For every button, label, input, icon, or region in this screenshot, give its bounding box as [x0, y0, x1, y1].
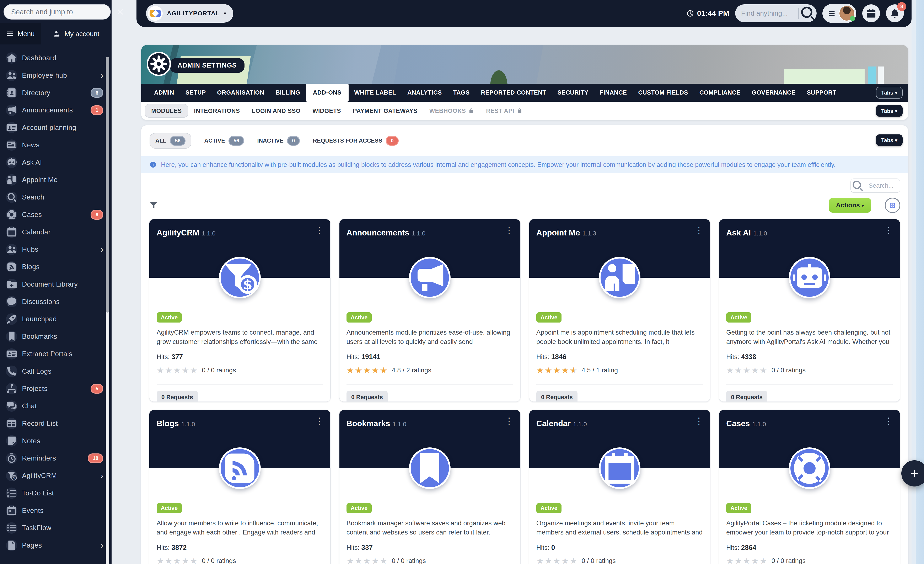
module-rating[interactable]: ★★★★★★★★★★ 0 / 0 ratings: [726, 366, 892, 374]
sidebar-item[interactable]: Projects 5 ›: [0, 380, 111, 397]
sidebar-item[interactable]: Record List ›: [0, 415, 111, 432]
admin-tab[interactable]: FINANCE: [594, 84, 633, 102]
admin-tab[interactable]: CUSTOM FIELDS: [633, 84, 694, 102]
sidebar-item[interactable]: Announcements 1 ›: [0, 101, 111, 119]
module-rating[interactable]: ★★★★★★★★★★ 4.5 / 1 rating: [536, 366, 703, 374]
sidebar-item[interactable]: Search ›: [0, 188, 111, 206]
admin-tab[interactable]: BILLING: [270, 84, 306, 102]
sidebar-item[interactable]: Cases 6 ›: [0, 206, 111, 223]
sidebar-tab-menu[interactable]: Menu: [0, 23, 41, 45]
kebab-menu-icon[interactable]: ⋮: [502, 225, 516, 236]
sidebar-item[interactable]: To-Do List ›: [0, 484, 111, 502]
sidebar-item[interactable]: TaskFlow ›: [0, 519, 111, 537]
brand-menu-button[interactable]: AGILITYPORTAL ▾: [146, 4, 233, 23]
sidebar-tab-my-account[interactable]: My account: [41, 23, 111, 45]
sidebar-item[interactable]: Employee hub ›: [0, 67, 111, 84]
sidebar-search-input[interactable]: [3, 4, 111, 20]
sidebar-item[interactable]: Launchpad ›: [0, 310, 111, 328]
module-rating[interactable]: ★★★★★★★★★★ 4.8 / 2 ratings: [346, 366, 513, 374]
sidebar-item[interactable]: Pages ›: [0, 537, 111, 554]
tabs-dropdown-button[interactable]: Tabs ▾: [876, 134, 903, 146]
module-card: Ask AI1.1.0 ⋮ Active Getting to the poin…: [719, 219, 900, 402]
kebab-menu-icon[interactable]: ⋮: [881, 415, 896, 427]
module-tab[interactable]: PAYMENT GATEWAYS: [347, 104, 423, 117]
module-tab[interactable]: WEBHOOKS: [423, 104, 480, 117]
admin-tab[interactable]: SECURITY: [552, 84, 594, 102]
module-tab[interactable]: LOGIN AND SSO: [246, 104, 306, 117]
sidebar-item-label: Bookmarks: [22, 332, 104, 340]
admin-tab[interactable]: REPORTED CONTENT: [475, 84, 552, 102]
module-description: Organize meetings and events, invite you…: [536, 519, 703, 537]
admin-tab[interactable]: WHITE LABEL: [349, 84, 402, 102]
admin-tab[interactable]: ADD-ONS: [306, 84, 349, 102]
tabs-dropdown-button[interactable]: Tabs ▾: [876, 105, 903, 117]
kebab-menu-icon[interactable]: ⋮: [312, 415, 327, 427]
admin-tab[interactable]: SUPPORT: [801, 84, 842, 102]
kebab-menu-icon[interactable]: ⋮: [502, 415, 516, 427]
module-version: 1.1.0: [202, 230, 216, 237]
kebab-menu-icon[interactable]: ⋮: [692, 415, 706, 427]
kebab-menu-icon[interactable]: ⋮: [881, 225, 896, 236]
module-tab[interactable]: WIDGETS: [307, 104, 347, 117]
actions-button[interactable]: Actions▾: [829, 198, 871, 213]
search-icon[interactable]: [799, 5, 817, 22]
admin-tab[interactable]: COMPLIANCE: [694, 84, 746, 102]
admin-tab[interactable]: ORGANISATION: [212, 84, 270, 102]
sidebar-item[interactable]: Discussions ›: [0, 293, 111, 310]
module-rating[interactable]: ★★★★★★★★★★ 0 / 0 ratings: [157, 557, 323, 564]
filter-chip-count: 56: [228, 136, 244, 146]
kebab-menu-icon[interactable]: ⋮: [312, 225, 327, 236]
sidebar-item-icon: $: [6, 470, 17, 481]
module-tab[interactable]: MODULES: [145, 104, 188, 117]
sidebar-item[interactable]: News ›: [0, 136, 111, 154]
module-icon: [789, 447, 830, 489]
sidebar-scrollbar-thumb[interactable]: [106, 57, 109, 312]
admin-tab[interactable]: ANALYTICS: [402, 84, 447, 102]
module-rating[interactable]: ★★★★★★★★★★ 0 / 0 ratings: [346, 557, 513, 564]
module-search-input[interactable]: [864, 182, 900, 189]
admin-tab[interactable]: TAGS: [447, 84, 475, 102]
module-rating[interactable]: ★★★★★★★★★★ 0 / 0 ratings: [536, 557, 703, 564]
sidebar-item[interactable]: Calendar ›: [0, 223, 111, 241]
sidebar-item[interactable]: Notes ›: [0, 432, 111, 450]
module-rating[interactable]: ★★★★★★★★★★ 0 / 0 ratings: [157, 366, 323, 374]
sidebar-item[interactable]: Ask AI ›: [0, 154, 111, 171]
admin-tab[interactable]: SETUP: [180, 84, 211, 102]
sidebar-close-icon[interactable]: ×: [116, 6, 125, 18]
sidebar-item[interactable]: Document Library ›: [0, 275, 111, 293]
kebab-menu-icon[interactable]: ⋮: [692, 225, 706, 236]
sidebar-scrollbar[interactable]: [106, 57, 109, 564]
sidebar-item[interactable]: Chat ›: [0, 397, 111, 415]
sidebar-item[interactable]: Account planning ›: [0, 119, 111, 136]
sidebar-item[interactable]: Appoint Me ›: [0, 171, 111, 188]
sidebar-item[interactable]: Directory 6 ›: [0, 84, 111, 102]
sidebar-item[interactable]: Dashboard ›: [0, 49, 111, 67]
calendar-button[interactable]: [862, 5, 880, 22]
sidebar-item[interactable]: $ AgilityCRM ›: [0, 467, 111, 484]
filter-icon[interactable]: [149, 200, 159, 210]
filter-chip[interactable]: ACTIVE 56: [204, 134, 244, 148]
tabs-dropdown-button[interactable]: Tabs ▾: [876, 87, 903, 98]
sidebar-item[interactable]: Extranet Portals ›: [0, 345, 111, 362]
sidebar-item[interactable]: Bookmarks ›: [0, 328, 111, 345]
grid-view-button[interactable]: [885, 198, 900, 213]
filter-chip[interactable]: INACTIVE 0: [257, 134, 300, 148]
module-rating[interactable]: ★★★★★★★★★★ 0 / 0 ratings: [726, 557, 892, 564]
filter-chip[interactable]: ALL 56: [150, 133, 191, 148]
module-tab[interactable]: INTEGRATIONS: [188, 104, 246, 117]
admin-tab[interactable]: ADMIN: [148, 84, 180, 102]
sidebar-item-label: Events: [22, 507, 104, 514]
global-search-input[interactable]: [735, 9, 798, 17]
admin-tab[interactable]: GOVERNANCE: [746, 84, 801, 102]
sidebar-item[interactable]: Call Logs ›: [0, 362, 111, 380]
sidebar-item[interactable]: Hubs ›: [0, 241, 111, 258]
sidebar-item[interactable]: Blogs ›: [0, 258, 111, 275]
user-menu-button[interactable]: [822, 4, 856, 23]
sidebar-item[interactable]: Events ›: [0, 502, 111, 519]
sidebar-item[interactable]: Reminders 18 ›: [0, 450, 111, 467]
module-tab[interactable]: REST API: [480, 104, 528, 117]
search-icon[interactable]: [851, 179, 865, 193]
notifications-button[interactable]: 8: [886, 5, 904, 22]
module-tab-label: WEBHOOKS: [429, 107, 466, 114]
filter-chip[interactable]: REQUESTS FOR ACCESS 0: [313, 134, 398, 148]
